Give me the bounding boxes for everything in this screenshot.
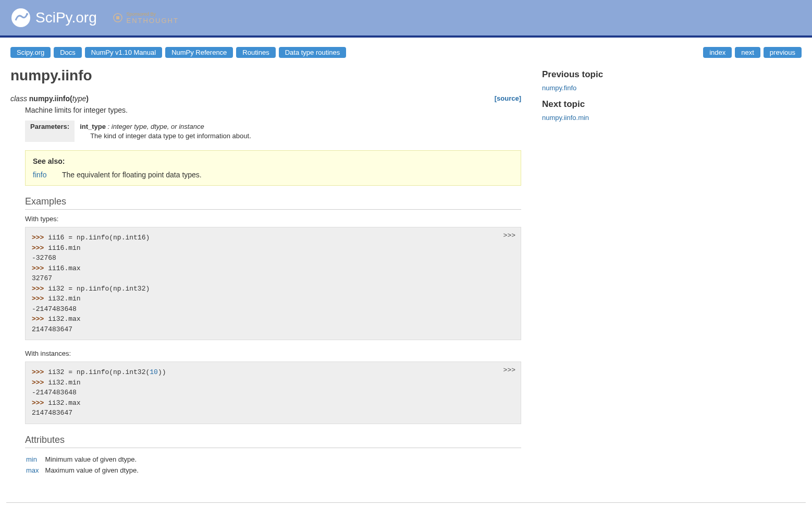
- attr-max-link[interactable]: max: [26, 466, 39, 474]
- attr-max-desc: Maximum value of given dtype.: [45, 465, 144, 475]
- scipy-logo-link[interactable]: SciPy.org: [10, 7, 97, 28]
- enthought-icon: [113, 13, 123, 23]
- parameters-label: Parameters:: [25, 121, 75, 142]
- sponsor-name: ENTHOUGHT: [127, 17, 179, 25]
- site-name: SciPy.org: [35, 9, 97, 26]
- attr-row: max Maximum value of given dtype.: [26, 465, 144, 475]
- nav-index[interactable]: index: [703, 47, 732, 58]
- nav-previous[interactable]: previous: [764, 47, 802, 58]
- attr-min-link[interactable]: min: [26, 455, 37, 463]
- examples-sub1: With types:: [25, 215, 521, 223]
- sponsor-link[interactable]: Sponsored By ENTHOUGHT: [113, 11, 179, 25]
- svg-rect-3: [116, 16, 119, 19]
- code-example-2: >>>>>> ii32 = np.iinfo(np.int32(10)) >>>…: [25, 362, 521, 424]
- class-fullname: numpy.iinfo: [29, 94, 70, 103]
- crumb-routines[interactable]: Routines: [236, 47, 275, 58]
- prev-topic-link[interactable]: numpy.finfo: [542, 84, 698, 92]
- copy-button[interactable]: >>>: [503, 365, 515, 376]
- sponsor-label: Sponsored By: [127, 11, 156, 17]
- svg-point-1: [26, 13, 28, 15]
- see-also-text: The equivalent for floating point data t…: [62, 171, 202, 179]
- prev-topic-heading: Previous topic: [542, 69, 698, 80]
- attr-min-desc: Minimum value of given dtype.: [45, 454, 144, 464]
- attr-row: min Minimum value of given dtype.: [26, 454, 144, 464]
- see-also-link[interactable]: finfo: [33, 171, 62, 179]
- code-example-1: >>>>>> ii16 = np.iinfo(np.int16) >>> ii1…: [25, 227, 521, 340]
- sidebar: Previous topic numpy.finfo Next topic nu…: [542, 62, 698, 476]
- page-footer: © Copyright 2008-2009, The Scipy communi…: [6, 502, 806, 507]
- nav-next[interactable]: next: [735, 47, 760, 58]
- crumb-dtype-routines[interactable]: Data type routines: [279, 47, 347, 58]
- next-topic-link[interactable]: numpy.iinfo.min: [542, 114, 698, 122]
- class-signature: source class numpy.iinfo(type): [10, 94, 521, 103]
- scipy-icon: [10, 7, 31, 28]
- crumb-reference[interactable]: NumPy Reference: [165, 47, 233, 58]
- class-description: Machine limits for integer types.: [25, 106, 521, 114]
- parameters-table: Parameters: int_type : integer type, dty…: [25, 121, 256, 142]
- nav-bar: Scipy.org Docs NumPy v1.10 Manual NumPy …: [0, 38, 812, 62]
- crumb-scipy[interactable]: Scipy.org: [10, 47, 51, 58]
- crumb-docs[interactable]: Docs: [54, 47, 82, 58]
- param-name: int_type: [80, 123, 106, 130]
- class-param: type: [72, 94, 86, 103]
- class-keyword: class: [10, 94, 29, 103]
- param-type: : integer type, dtype, or instance: [106, 123, 204, 130]
- svg-point-0: [11, 8, 30, 27]
- site-header: SciPy.org Sponsored By ENTHOUGHT: [0, 0, 812, 38]
- examples-heading: Examples: [25, 196, 521, 210]
- examples-sub2: With instances:: [25, 350, 521, 357]
- page-title: numpy.iinfo: [10, 67, 521, 84]
- see-also-box: See also: finfo The equivalent for float…: [25, 150, 521, 186]
- page-nav: index next previous: [703, 47, 802, 58]
- next-topic-heading: Next topic: [542, 99, 698, 110]
- attributes-table: min Minimum value of given dtype. max Ma…: [25, 453, 145, 476]
- param-desc: The kind of integer data type to get inf…: [90, 132, 251, 140]
- crumb-manual[interactable]: NumPy v1.10 Manual: [85, 47, 162, 58]
- attributes-heading: Attributes: [25, 435, 521, 448]
- copy-button[interactable]: >>>: [503, 231, 515, 241]
- breadcrumb: Scipy.org Docs NumPy v1.10 Manual NumPy …: [10, 47, 346, 58]
- source-link[interactable]: source: [495, 94, 521, 102]
- see-also-title: See also:: [33, 157, 513, 165]
- main-content: numpy.iinfo source class numpy.iinfo(typ…: [10, 62, 542, 476]
